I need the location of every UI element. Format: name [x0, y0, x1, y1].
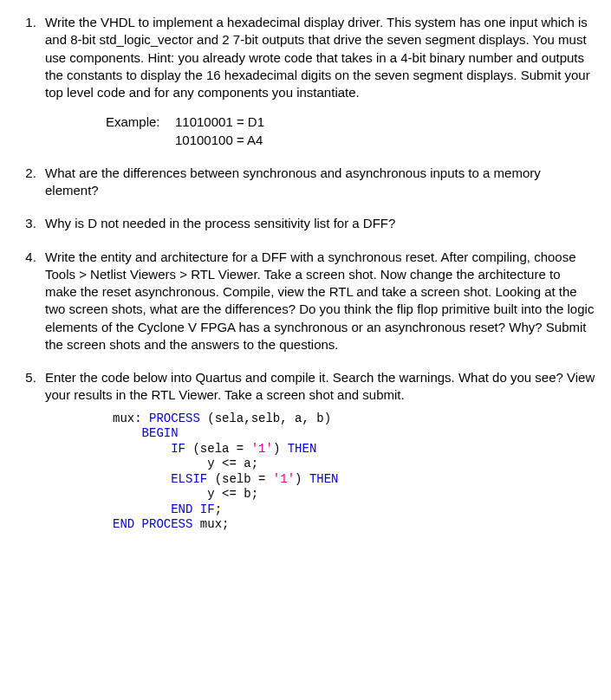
code-colon: : [134, 412, 141, 425]
code-kw-endif: END IF [171, 502, 214, 516]
code-kw-then2: THEN [309, 472, 339, 486]
code-cond1-a: (sela = [192, 442, 250, 456]
code-sens: (sela,selb, a, b) [207, 412, 331, 425]
code-kw-if: IF [171, 442, 185, 456]
question-3-text: Why is D not needed in the process sensi… [45, 216, 395, 230]
question-2-text: What are the differences between synchro… [45, 165, 541, 198]
question-2: What are the differences between synchro… [40, 165, 595, 200]
question-3: Why is D not needed in the process sensi… [40, 215, 595, 232]
question-4: Write the entity and architecture for a … [40, 249, 595, 354]
question-list: Write the VHDL to implement a hexadecima… [16, 14, 595, 533]
question-1-text: Write the VHDL to implement a hexadecima… [45, 15, 590, 100]
question-1: Write the VHDL to implement a hexadecima… [40, 14, 595, 149]
example-row-2: 10100100 = A4 [175, 132, 595, 149]
code-assign2: y <= b; [207, 487, 258, 501]
code-block: mux: PROCESS (sela,selb, a, b) BEGIN IF … [113, 412, 595, 533]
code-cond2-a: (selb = [215, 472, 273, 486]
example-block: Example: 11010001 = D1 10100100 = A4 [106, 113, 595, 149]
code-lit1: '1' [251, 442, 273, 456]
code-cond2-b: ) [295, 472, 302, 486]
code-assign1: y <= a; [207, 457, 258, 470]
example-row-1: Example: 11010001 = D1 [106, 113, 595, 131]
code-mux-end: mux [200, 517, 222, 531]
question-5: Enter the code below into Quartus and co… [40, 369, 595, 533]
code-kw-then1: THEN [288, 442, 317, 456]
code-kw-begin: BEGIN [142, 426, 179, 440]
question-4-text: Write the entity and architecture for a … [45, 250, 594, 352]
code-kw-elsif: ELSIF [171, 472, 207, 486]
example-line-1: 11010001 = D1 [175, 113, 264, 131]
code-semi1: ; [215, 502, 222, 516]
code-cond1-b: ) [273, 442, 280, 456]
example-label: Example: [106, 113, 175, 131]
question-5-text: Enter the code below into Quartus and co… [45, 370, 595, 402]
example-line-2: 10100100 = A4 [175, 133, 263, 147]
code-kw-endprocess: END PROCESS [113, 517, 192, 531]
code-semi2: ; [222, 517, 229, 531]
code-lit2: '1' [273, 472, 295, 486]
code-mux-name: mux [113, 412, 134, 425]
code-kw-process: PROCESS [149, 412, 200, 425]
